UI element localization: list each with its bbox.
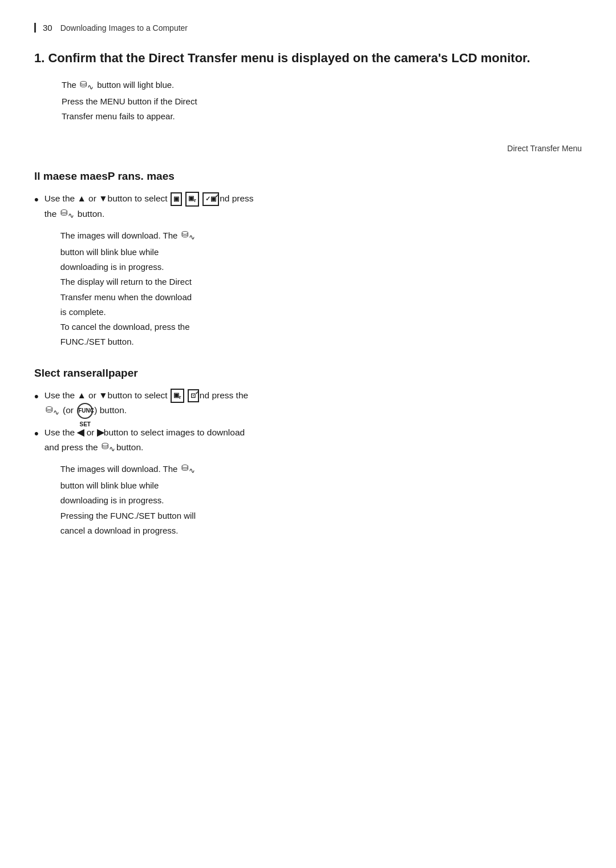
- page-header: 30 Downloading Images to a Computer: [34, 23, 582, 33]
- all-images-heading: ll maese maesP rans. maes: [34, 170, 582, 183]
- step-one-section: 1. Confirm that the Direct Transfer menu…: [34, 50, 582, 123]
- bullet-dot-1: •: [34, 189, 39, 209]
- select-section: Slect ranserallpaper • Use the ▲ or ▼but…: [34, 367, 582, 539]
- step-one-detail: The ⛁∿ button will light blue. Press the…: [62, 78, 582, 123]
- select-bullet-2: • Use the ◀ or ▶button to select images …: [34, 426, 582, 538]
- sub-line-6: is complete.: [60, 307, 106, 317]
- all-images-bullet-list: • Use the ▲ or ▼button to select ▣ ▣r ✓▣…: [34, 192, 582, 349]
- select-bullet-2-line2: and press the ⛁∿button.: [44, 442, 144, 452]
- sub-line-4: The display will return to the Direct: [60, 277, 192, 286]
- page-number: 30: [43, 23, 52, 33]
- bullet-dot-3: •: [34, 423, 39, 443]
- cam-icon-1: ⛁∿: [60, 206, 74, 221]
- select-bullet-1-content: Use the ▲ or ▼button to select ▣r ⊡nd pr…: [44, 389, 582, 419]
- select-heading: Slect ranserallpaper: [34, 367, 582, 380]
- select-bullet-list: • Use the ▲ or ▼button to select ▣r ⊡nd …: [34, 389, 582, 539]
- bullet-1-text: Use the ▲ or ▼button to select ▣ ▣r ✓▣nd…: [44, 193, 254, 203]
- select-icon-1: ▣r: [171, 389, 184, 403]
- page-subtitle: Downloading Images to a Computer: [60, 23, 188, 33]
- sel-sub-line-1: The images will download. The ⛁∿: [60, 464, 196, 474]
- all-images-icon-3: ✓▣: [202, 192, 219, 206]
- select-bullet-2-text: Use the ◀ or ▶button to select images to…: [44, 427, 245, 437]
- sel-sub-line-2: button will blink blue while: [60, 481, 159, 490]
- all-images-icon-2: ▣r: [185, 192, 199, 207]
- cam-icon-2: ⛁∿: [181, 227, 195, 244]
- cam-icon-3: ⛁∿: [46, 403, 59, 418]
- bullet-1-line2: the ⛁∿ button.: [44, 209, 105, 219]
- all-images-bullet-1: • Use the ▲ or ▼button to select ▣ ▣r ✓▣…: [34, 192, 582, 349]
- select-bullet-1: • Use the ▲ or ▼button to select ▣r ⊡nd …: [34, 389, 582, 419]
- select-bullet-1-text: Use the ▲ or ▼button to select ▣r ⊡nd pr…: [44, 390, 248, 400]
- sel-sub-line-3: downloading is in progress.: [60, 495, 164, 505]
- step-one-heading: 1. Confirm that the Direct Transfer menu…: [34, 50, 582, 67]
- step-number: 1.: [34, 51, 44, 65]
- step-heading-text: Confirm that the Direct Transfer menu is…: [48, 51, 530, 65]
- select-icon-2: ⊡: [188, 389, 199, 403]
- cam-icon-5: ⛁∿: [181, 461, 195, 478]
- func-set-icon: FUNCSET: [77, 403, 93, 419]
- step-detail-line1: The ⛁∿ button will light blue.: [62, 80, 174, 90]
- select-bullet-2-content: Use the ◀ or ▶button to select images to…: [44, 426, 582, 538]
- sub-line-3: downloading is in progress.: [60, 262, 164, 272]
- direct-transfer-menu-label: Direct Transfer Menu: [34, 144, 582, 153]
- select-bullet-1-line2: ⛁∿ (or FUNCSET) button.: [44, 405, 127, 415]
- sel-sub-line-5: cancel a download in progress.: [60, 526, 179, 535]
- step-detail-line2: Press the MENU button if the Direct: [62, 96, 197, 106]
- select-sub-detail: The images will download. The ⛁∿ button …: [60, 461, 582, 538]
- step-detail-line3: Transfer menu fails to appear.: [62, 111, 175, 121]
- right-arrow: ▶: [97, 427, 104, 437]
- cam-icon-4: ⛁∿: [102, 439, 115, 455]
- sub-line-8: FUNC./SET button.: [60, 337, 134, 346]
- down-arrow-2: ▼: [99, 390, 107, 400]
- left-arrow: ◀: [77, 427, 84, 437]
- all-images-sub-detail: The images will download. The ⛁∿ button …: [60, 228, 582, 350]
- down-arrow-1: ▼: [99, 193, 107, 203]
- all-images-section: ll maese maesP rans. maes • Use the ▲ or…: [34, 170, 582, 349]
- up-arrow-1: ▲: [77, 193, 86, 203]
- sub-line-1: The images will download. The ⛁∿: [60, 231, 196, 240]
- bullet-dot-2: •: [34, 386, 39, 406]
- sub-line-5: Transfer menu when the download: [60, 292, 192, 302]
- sel-sub-line-4: Pressing the FUNC./SET button will: [60, 511, 196, 520]
- sub-line-2: button will blink blue while: [60, 247, 159, 257]
- up-arrow-2: ▲: [77, 390, 86, 400]
- all-images-icon-1: ▣: [171, 192, 182, 206]
- camera-transfer-icon: ⛁∿: [80, 77, 94, 94]
- bullet-1-content: Use the ▲ or ▼button to select ▣ ▣r ✓▣nd…: [44, 192, 582, 349]
- sub-line-7: To cancel the download, press the: [60, 322, 190, 332]
